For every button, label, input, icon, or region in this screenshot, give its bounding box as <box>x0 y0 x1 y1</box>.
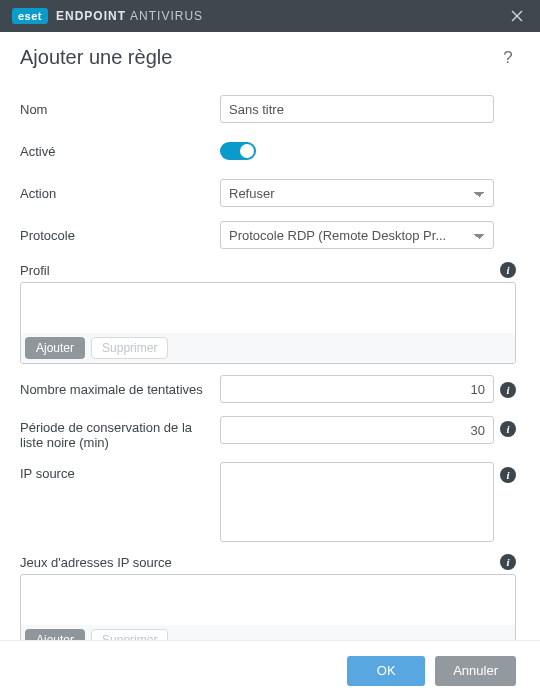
ipsets-delete-button: Supprimer <box>91 629 168 640</box>
source-ip-sets-toolbar: Ajouter Supprimer <box>21 625 515 640</box>
source-ip-textarea[interactable] <box>220 462 494 542</box>
profile-add-button[interactable]: Ajouter <box>25 337 85 359</box>
row-action: Action Refuser <box>20 178 516 208</box>
close-icon <box>511 10 523 22</box>
row-blacklist-retain: Période de conservation de la liste noir… <box>20 416 516 450</box>
close-button[interactable] <box>502 0 532 32</box>
dialog-heading-row: Ajouter une règle ? <box>20 46 518 69</box>
help-button[interactable]: ? <box>498 48 518 68</box>
info-icon[interactable]: i <box>500 382 516 398</box>
label-name: Nom <box>20 102 220 117</box>
name-input[interactable] <box>220 95 494 123</box>
label-source-ip-sets: Jeux d'adresses IP source <box>20 555 500 570</box>
product-name-1: ENDPOINT <box>56 9 126 23</box>
toggle-knob <box>240 144 254 158</box>
label-protocol: Protocole <box>20 228 220 243</box>
titlebar: eset ENDPOINT ANTIVIRUS <box>0 0 540 32</box>
protocol-select[interactable]: Protocole RDP (Remote Desktop Pr... <box>220 221 494 249</box>
profile-listbox: Ajouter Supprimer <box>20 282 516 364</box>
product-name-2: ANTIVIRUS <box>130 9 203 23</box>
profile-delete-button: Supprimer <box>91 337 168 359</box>
row-profile-label: Profil i <box>20 262 516 278</box>
form-scroll-area[interactable]: Nom Activé Action Refuser Protocole Prot… <box>20 94 530 640</box>
row-source-ip-sets-label: Jeux d'adresses IP source i <box>20 554 516 570</box>
source-ip-sets-listbox: Ajouter Supprimer <box>20 574 516 640</box>
action-select[interactable]: Refuser <box>220 179 494 207</box>
info-icon[interactable]: i <box>500 262 516 278</box>
label-enabled: Activé <box>20 144 220 159</box>
label-profile: Profil <box>20 263 500 278</box>
source-ip-sets-area[interactable] <box>21 575 515 625</box>
label-max-attempts: Nombre maximale de tentatives <box>20 382 220 397</box>
ok-button[interactable]: OK <box>347 656 425 686</box>
dialog-body: Ajouter une règle ? Nom Activé Action Re… <box>0 32 540 640</box>
dialog-title: Ajouter une règle <box>20 46 498 69</box>
max-attempts-input[interactable] <box>220 375 494 403</box>
row-protocol: Protocole Protocole RDP (Remote Desktop … <box>20 220 516 250</box>
info-icon[interactable]: i <box>500 421 516 437</box>
enabled-toggle[interactable] <box>220 142 256 160</box>
profile-list-area[interactable] <box>21 283 515 333</box>
info-icon[interactable]: i <box>500 554 516 570</box>
row-source-ip: IP source i <box>20 462 516 542</box>
label-source-ip: IP source <box>20 462 220 481</box>
dialog-footer: OK Annuler <box>0 640 540 700</box>
brand-badge: eset <box>12 8 48 24</box>
row-name: Nom <box>20 94 516 124</box>
ipsets-add-button[interactable]: Ajouter <box>25 629 85 640</box>
row-max-attempts: Nombre maximale de tentatives i <box>20 374 516 404</box>
cancel-button[interactable]: Annuler <box>435 656 516 686</box>
label-blacklist-retain: Période de conservation de la liste noir… <box>20 416 220 450</box>
label-action: Action <box>20 186 220 201</box>
info-icon[interactable]: i <box>500 467 516 483</box>
blacklist-retain-input[interactable] <box>220 416 494 444</box>
profile-toolbar: Ajouter Supprimer <box>21 333 515 363</box>
row-enabled: Activé <box>20 136 516 166</box>
